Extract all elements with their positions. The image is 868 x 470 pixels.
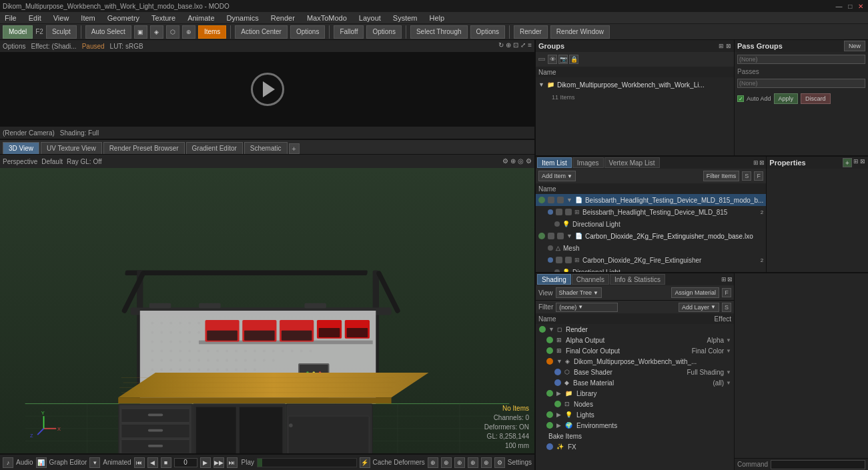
tl-icon1[interactable]: ⊕ — [428, 457, 438, 468]
shade-expand-2[interactable]: ▼ — [556, 358, 563, 365]
add-item-btn[interactable]: Add Item ▼ — [538, 171, 576, 181]
graph-editor-btn[interactable]: 📊 — [36, 457, 47, 468]
render-icon-zoom[interactable]: ⊕ — [506, 41, 511, 49]
shader-tree-select[interactable]: Shader Tree ▼ — [556, 287, 602, 298]
items-btn[interactable]: Items — [198, 25, 226, 39]
groups-render-icon[interactable]: 📷 — [558, 55, 568, 64]
shade-row-library[interactable]: ▶ 📁 Library — [536, 388, 734, 399]
tab-uv-texture[interactable]: UV Texture View — [41, 142, 102, 154]
shade-expand-1[interactable]: ▼ — [548, 326, 555, 333]
item-expand-4[interactable]: ▼ — [566, 233, 572, 239]
tool-icon-2[interactable]: ◈ — [150, 25, 163, 39]
item-row[interactable]: 💡 Directional Light — [536, 266, 766, 272]
stop-btn[interactable]: ■ — [161, 457, 171, 468]
menu-edit[interactable]: Edit — [27, 14, 43, 22]
shade-expand-5[interactable]: ▶ — [556, 422, 563, 429]
shading-icon2[interactable]: ⊠ — [727, 276, 733, 283]
shader-s-icon[interactable]: S — [722, 303, 731, 312]
mode-sculpt[interactable]: Sculpt — [46, 25, 77, 39]
passes-input[interactable] — [737, 79, 865, 88]
auto-select-btn[interactable]: Auto Select — [85, 25, 131, 39]
new-pass-btn[interactable]: New — [844, 41, 865, 51]
add-layer-btn[interactable]: Add Layer ▼ — [679, 303, 719, 312]
add-viewport-tab[interactable]: + — [289, 143, 300, 154]
tool-icon-4[interactable]: ⊕ — [182, 25, 195, 39]
filter-items-btn[interactable]: Filter Items — [703, 171, 740, 181]
menu-geometry[interactable]: Geometry — [105, 14, 141, 22]
prev-btn[interactable]: ◀ — [147, 457, 158, 468]
discard-btn[interactable]: Discard — [801, 93, 831, 104]
vp-icon-4[interactable]: ⚙ — [526, 157, 532, 165]
next-btn[interactable]: ▶▶ — [213, 457, 224, 468]
tab-channels[interactable]: Channels — [572, 274, 609, 285]
shade-row-bake[interactable]: Bake Items — [536, 431, 734, 441]
tl-icon3[interactable]: ⊕ — [454, 457, 465, 468]
falloff-btn[interactable]: Falloff — [334, 25, 364, 39]
render-icon-fit[interactable]: ⊡ — [513, 41, 518, 49]
settings-btn[interactable]: ⚙ — [494, 457, 505, 468]
render-icon-menu[interactable]: ≡ — [528, 41, 532, 49]
shade-row-dikom[interactable]: ▼ ◈ Dikom_Multipurpose_Workbench_with_..… — [536, 356, 734, 367]
render-icon-loop[interactable]: ↻ — [498, 41, 504, 49]
mode-model[interactable]: Model — [3, 25, 33, 39]
item-panel-icon2[interactable]: ⊠ — [759, 159, 765, 166]
play-button[interactable] — [251, 73, 284, 106]
item-filter-icon[interactable]: F — [754, 171, 763, 181]
vp-ray-gl[interactable]: Ray GL: Off — [67, 158, 102, 165]
falloff-options-btn[interactable]: Options — [366, 25, 401, 39]
shade-row-alpha[interactable]: ⊞ Alpha Output Alpha ▼ — [536, 335, 734, 345]
tool-icon-3[interactable]: ⬡ — [166, 25, 179, 39]
menu-maxtomodo[interactable]: MaxToModo — [305, 14, 349, 22]
tab-item-list[interactable]: Item List — [537, 157, 572, 168]
timeline-bar[interactable] — [257, 458, 357, 467]
menu-texture[interactable]: Texture — [149, 14, 177, 22]
props-icon1[interactable]: ⊞ — [853, 158, 859, 167]
tab-schematic[interactable]: Schematic — [244, 142, 288, 154]
render-btn[interactable]: Render — [514, 25, 548, 39]
menu-file[interactable]: File — [3, 14, 19, 22]
render-window-btn[interactable]: Render Window — [550, 25, 610, 39]
item-row[interactable]: ⊞ Beissbarth_Headlight_Testing_Device_ML… — [536, 206, 766, 218]
item-row[interactable]: ⊞ Carbon_Dioxide_2Kg_Fire_Extinguisher 2 — [536, 254, 766, 266]
viewport-canvas[interactable]: X Y Z No Items Channels: 0 Deformers: ON… — [0, 168, 534, 453]
tl-icon5[interactable]: ⊕ — [481, 457, 492, 468]
vp-icon-2[interactable]: ⊕ — [510, 157, 516, 165]
groups-icon2[interactable]: ⊠ — [726, 43, 731, 49]
item-expand-1[interactable]: ▼ — [566, 197, 572, 203]
menu-dynamics[interactable]: Dynamics — [225, 14, 261, 22]
filter-none-select[interactable]: (none) ▼ — [556, 303, 618, 312]
menu-view[interactable]: View — [51, 14, 71, 22]
shade-row-lights[interactable]: ▶ 💡 Lights — [536, 409, 734, 420]
render-icon-expand[interactable]: ⤢ — [520, 41, 526, 49]
item-row[interactable]: 💡 Directional Light — [536, 218, 766, 230]
vp-icon-3[interactable]: ◎ — [518, 157, 524, 165]
pass-groups-input[interactable] — [737, 55, 865, 64]
auto-add-checkbox[interactable]: ✓ — [737, 95, 744, 102]
tab-3d-view[interactable]: 3D View — [3, 142, 39, 154]
audio-btn[interactable]: ♪ — [3, 457, 13, 468]
shade-down-arrow-2[interactable]: ▼ — [726, 348, 731, 354]
tab-info-stats[interactable]: Info & Statistics — [610, 274, 665, 285]
groups-eye-icon[interactable]: 👁 — [548, 55, 557, 64]
menu-help[interactable]: Help — [428, 14, 447, 22]
animated-dropdown[interactable]: ▾ — [89, 457, 100, 468]
shade-expand-3[interactable]: ▶ — [556, 390, 563, 397]
command-input[interactable] — [771, 460, 865, 469]
menu-animate[interactable]: Animate — [185, 14, 216, 22]
shade-row-base-material[interactable]: ◆ Base Material (all) ▼ — [536, 377, 734, 388]
shade-row-finalcolor[interactable]: ⊞ Final Color Output Final Color ▼ — [536, 345, 734, 356]
menu-render[interactable]: Render — [269, 14, 297, 22]
action-center-btn[interactable]: Action Center — [235, 25, 288, 39]
item-sort-icon[interactable]: S — [742, 171, 751, 181]
shade-row-render[interactable]: ▼ ◻ Render — [536, 324, 734, 335]
shade-row-nodes[interactable]: ⊡ Nodes — [536, 399, 734, 409]
shade-row-fx[interactable]: ✨ FX — [536, 441, 734, 452]
tab-images[interactable]: Images — [572, 157, 604, 168]
play-btn-tl[interactable]: ▶ — [200, 457, 211, 468]
assign-material-btn[interactable]: Assign Material — [671, 287, 719, 298]
item-row[interactable]: ▼ 📄 Beissbarth_Headlight_Testing_Device_… — [536, 194, 766, 206]
menu-system[interactable]: System — [391, 14, 420, 22]
cache-deformers-btn[interactable]: ⚡ — [360, 457, 370, 468]
minimize-btn[interactable]: — — [835, 3, 842, 10]
close-btn[interactable]: ✕ — [858, 3, 863, 10]
